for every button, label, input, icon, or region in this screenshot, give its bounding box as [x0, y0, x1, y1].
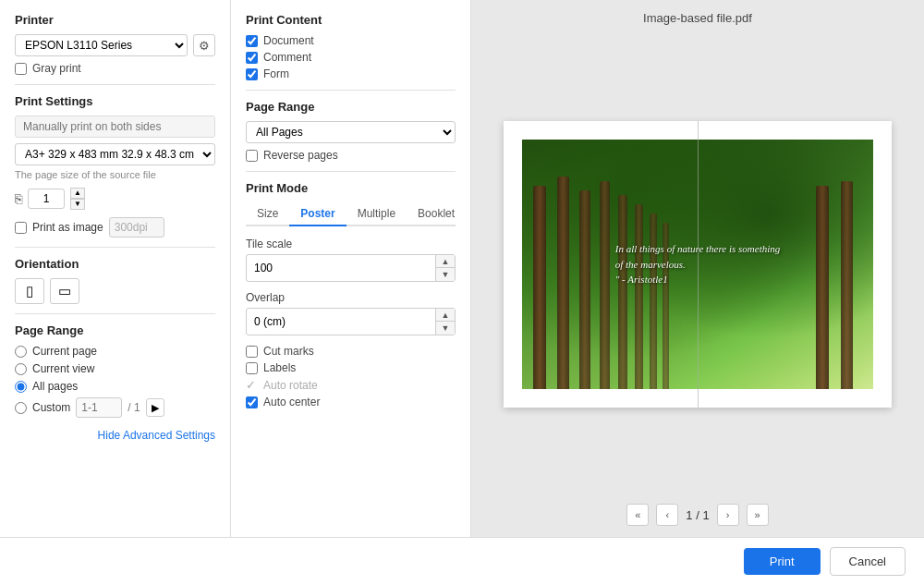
overlap-input[interactable]	[247, 311, 435, 332]
landscape-btn[interactable]: ▭	[50, 278, 79, 304]
overlap-spinners: ▲ ▼	[435, 309, 455, 335]
divider-1	[15, 84, 215, 85]
tab-booklet[interactable]: Booklet	[407, 202, 466, 226]
custom-radio[interactable]	[15, 402, 27, 414]
current-view-row: Current view	[15, 362, 215, 375]
cut-marks-label: Cut marks	[263, 345, 314, 358]
print-button[interactable]: Print	[744, 548, 821, 575]
tile-scale-down[interactable]: ▼	[436, 268, 455, 281]
auto-center-row: Auto center	[246, 396, 456, 408]
page-indicator: 1 / 1	[686, 508, 709, 522]
print-as-image-checkbox[interactable]	[15, 222, 27, 234]
printer-select[interactable]: EPSON L3110 Series	[15, 34, 188, 56]
document-row: Document	[246, 34, 456, 47]
right-panel: Image-based file.pdf	[471, 0, 924, 537]
first-page-btn[interactable]: «	[626, 504, 649, 526]
last-page-btn[interactable]: »	[747, 504, 769, 526]
next-page-btn[interactable]: ›	[717, 504, 739, 526]
tile-scale-up[interactable]: ▲	[436, 255, 455, 268]
current-page-radio[interactable]	[15, 346, 27, 358]
tab-size[interactable]: Size	[246, 202, 289, 226]
printer-section-title: Printer	[15, 13, 215, 27]
overlap-up[interactable]: ▲	[436, 309, 455, 322]
quote-line3: " - Aristotle1	[615, 274, 668, 285]
printer-select-row: EPSON L3110 Series ⚙	[15, 34, 215, 56]
cut-marks-row: Cut marks	[246, 345, 456, 358]
custom-total: / 1	[128, 401, 140, 414]
print-content-title: Print Content	[246, 13, 456, 27]
tile-scale-input[interactable]	[247, 258, 435, 278]
printer-settings-icon[interactable]: ⚙	[193, 34, 215, 56]
current-view-radio[interactable]	[15, 363, 27, 375]
print-content-checks: Document Comment Form	[246, 34, 456, 80]
page-range-select[interactable]: All Pages	[246, 121, 456, 143]
comment-checkbox[interactable]	[246, 52, 258, 64]
document-checkbox[interactable]	[246, 35, 258, 47]
reverse-pages-row: Reverse pages	[246, 149, 456, 162]
current-page-label: Current page	[32, 345, 97, 358]
tile-scale-label: Tile scale	[246, 238, 456, 250]
gray-print-checkbox[interactable]	[15, 63, 27, 75]
auto-center-checkbox[interactable]	[246, 396, 258, 408]
copies-up-btn[interactable]: ▲	[70, 188, 85, 199]
all-pages-radio[interactable]	[15, 381, 27, 393]
page-current: 1	[686, 508, 692, 522]
labels-checkbox[interactable]	[246, 362, 258, 374]
preview-quote: In all things of nature there is somethi…	[615, 241, 781, 287]
current-page-row: Current page	[15, 345, 215, 358]
orientation-title: Orientation	[15, 257, 215, 271]
tab-poster[interactable]: Poster	[289, 202, 346, 226]
custom-row: Custom / 1 ▶	[15, 397, 215, 418]
prev-page-btn[interactable]: ‹	[656, 504, 678, 526]
quote-line2: of the marvelous.	[615, 259, 686, 270]
reverse-pages-label: Reverse pages	[263, 149, 338, 162]
dpi-input[interactable]	[109, 217, 164, 238]
copies-spinners: ▲ ▼	[70, 188, 85, 210]
print-mode-title: Print Mode	[246, 181, 456, 195]
comment-label: Comment	[263, 51, 311, 64]
all-pages-row: All pages	[15, 380, 215, 393]
print-as-image-label: Print as image	[32, 221, 103, 234]
all-pages-label: All pages	[32, 380, 78, 393]
copies-down-btn[interactable]: ▼	[70, 199, 85, 210]
reverse-pages-checkbox[interactable]	[246, 150, 258, 162]
form-row: Form	[246, 67, 456, 80]
copies-input[interactable]	[28, 189, 65, 209]
overlap-down[interactable]: ▼	[436, 322, 455, 335]
custom-input[interactable]	[76, 397, 122, 418]
comment-row: Comment	[246, 51, 456, 64]
custom-label: Custom	[32, 401, 70, 414]
labels-label: Labels	[263, 361, 296, 374]
quote-line1: In all things of nature there is somethi…	[615, 243, 781, 254]
page-range-title: Page Range	[15, 323, 215, 337]
divider-m1	[246, 90, 456, 91]
document-label: Document	[263, 34, 314, 47]
labels-row: Labels	[246, 361, 456, 374]
overlap-row: ▲ ▼	[246, 308, 456, 335]
bottom-bar: Print Cancel	[0, 537, 924, 585]
page-size-select[interactable]: A3+ 329 x 483 mm 32.9 x 48.3 cm	[15, 143, 215, 165]
tab-multiple[interactable]: Multiple	[346, 202, 407, 226]
preview-image: In all things of nature there is somethi…	[522, 140, 873, 389]
copies-row: ⎘ ▲ ▼	[15, 188, 215, 210]
preview-page: In all things of nature there is somethi…	[504, 121, 892, 408]
preview-area: In all things of nature there is somethi…	[482, 34, 913, 494]
portrait-btn[interactable]: ▯	[15, 278, 44, 304]
cancel-button[interactable]: Cancel	[830, 547, 906, 576]
gray-print-label: Gray print	[32, 62, 81, 75]
both-sides-input	[15, 116, 215, 138]
form-checkbox[interactable]	[246, 68, 258, 80]
cut-marks-checkbox[interactable]	[246, 346, 258, 358]
hide-advanced-link[interactable]: Hide Advanced Settings	[15, 429, 215, 442]
auto-center-label: Auto center	[263, 396, 320, 408]
divider-m2	[246, 171, 456, 172]
left-panel: Printer EPSON L3110 Series ⚙ Gray print …	[0, 0, 231, 537]
orientation-buttons: ▯ ▭	[15, 278, 215, 304]
divider-2	[15, 247, 215, 248]
overlap-label: Overlap	[246, 291, 456, 304]
print-settings-title: Print Settings	[15, 94, 215, 108]
tile-scale-spinners: ▲ ▼	[435, 255, 455, 281]
custom-next-btn[interactable]: ▶	[146, 398, 164, 417]
form-label: Form	[263, 67, 289, 80]
middle-panel: Print Content Document Comment Form Page…	[231, 0, 471, 537]
